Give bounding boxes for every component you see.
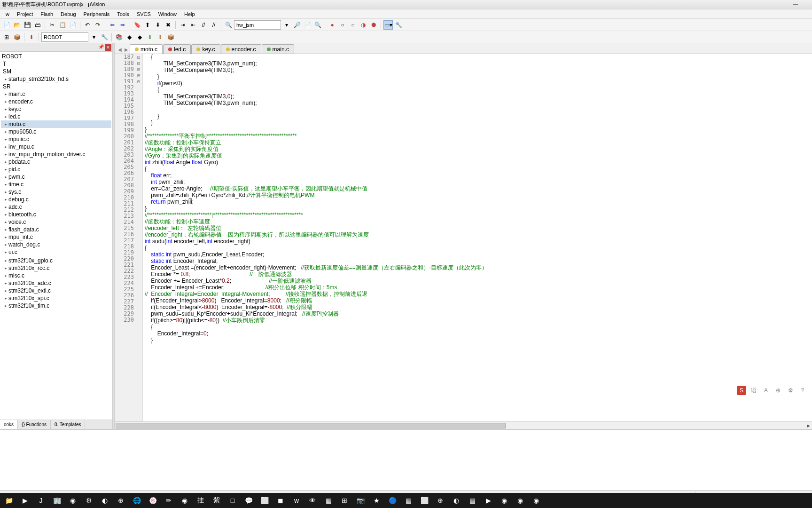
scroll-right-icon[interactable]: ▶ xyxy=(804,422,812,429)
debug-start-button[interactable]: ● xyxy=(328,20,337,30)
taskbar-app-icon[interactable]: w xyxy=(289,494,304,507)
uncomment-button[interactable]: // xyxy=(209,20,219,30)
tree-node[interactable]: ▸stm32f10x_adc.c xyxy=(1,279,111,287)
tree-node[interactable]: ▸startup_stm32f10x_hd.s xyxy=(1,75,111,83)
new-button[interactable]: 📄 xyxy=(2,20,11,30)
tree-node[interactable]: ▸voice.c xyxy=(1,218,111,226)
bookmark-clear-button[interactable]: ✖ xyxy=(164,20,173,30)
taskbar-app-icon[interactable]: 🔵 xyxy=(385,494,399,507)
pin-icon[interactable]: 📌 xyxy=(98,44,105,51)
tree-node[interactable]: ▸pbdata.c xyxy=(1,158,111,166)
taskbar-app-icon[interactable]: ✏ xyxy=(162,494,176,507)
menu-flash[interactable]: Flash xyxy=(37,11,57,17)
tree-node[interactable]: ▸stm32f10x_gpio.c xyxy=(1,257,111,264)
manage2-button[interactable]: ◆ xyxy=(125,32,134,42)
tray-icon[interactable]: S xyxy=(737,386,746,395)
tree-node[interactable]: ▸ui.c xyxy=(1,248,111,256)
tree-node[interactable]: ▸mpu_int.c xyxy=(1,233,111,241)
tree-node[interactable]: ▸sys.c xyxy=(1,188,111,196)
translate-button[interactable]: ⊞ xyxy=(2,32,11,42)
taskbar-app-icon[interactable]: 🌐 xyxy=(130,494,144,507)
tree-node[interactable]: T xyxy=(1,60,111,68)
taskbar-app-icon[interactable]: ⬜ xyxy=(417,494,431,507)
taskbar-app-icon[interactable]: ⊞ xyxy=(337,494,351,507)
target-options-button[interactable]: 🔧 xyxy=(100,32,109,42)
pack-button[interactable]: ⬆ xyxy=(156,32,165,42)
manage3-button[interactable]: ◆ xyxy=(135,32,144,42)
menu-w[interactable]: w xyxy=(2,11,13,17)
sidebar-tab[interactable]: {} Functions xyxy=(18,420,51,429)
sidebar-close-button[interactable]: ✕ xyxy=(105,44,111,51)
taskbar-app-icon[interactable]: ◉ xyxy=(66,494,80,507)
taskbar-app-icon[interactable]: ▦ xyxy=(321,494,336,507)
tree-node[interactable]: ▸misc.c xyxy=(1,272,111,279)
comment-button[interactable]: // xyxy=(199,20,208,30)
find-in-files-button[interactable]: 🔎 xyxy=(292,20,302,30)
taskbar-app-icon[interactable]: 👁 xyxy=(305,494,320,507)
nav-back-button[interactable]: ⬅ xyxy=(108,20,117,30)
taskbar-app-icon[interactable]: 📁 xyxy=(2,494,16,507)
menu-tools[interactable]: Tools xyxy=(113,11,133,17)
tree-node[interactable]: ▸time.c xyxy=(1,181,111,188)
menu-window[interactable]: Window xyxy=(155,11,180,17)
tray-icon[interactable]: A xyxy=(761,386,771,395)
find-icon[interactable]: 🔍 xyxy=(313,20,322,30)
taskbar-app-icon[interactable]: □ xyxy=(226,494,240,507)
download-button[interactable]: ⬇ xyxy=(145,32,155,42)
tree-node[interactable]: SM xyxy=(1,68,111,75)
tree-node[interactable]: ▸flash_data.c xyxy=(1,226,111,233)
tree-node[interactable]: ▸key.c xyxy=(1,105,111,113)
tree-node[interactable]: ▸led.c xyxy=(1,113,111,120)
editor-tab-encoder-c[interactable]: encoder.c xyxy=(221,44,261,54)
target-combo[interactable]: ROBOT xyxy=(41,32,88,42)
tray-icon[interactable]: ⚙ xyxy=(786,386,795,395)
find-combo[interactable]: hw_jsm xyxy=(234,20,281,30)
taskbar-app-icon[interactable]: ⊕ xyxy=(433,494,447,507)
taskbar-app-icon[interactable]: 紫 xyxy=(210,494,224,507)
taskbar-app-icon[interactable]: ◉ xyxy=(178,494,192,507)
bookmark-next-button[interactable]: ⬇ xyxy=(153,20,163,30)
bookmark-prev-button[interactable]: ⬆ xyxy=(143,20,152,30)
taskbar-app-icon[interactable]: ▶ xyxy=(481,494,495,507)
open-button[interactable]: 📂 xyxy=(12,20,22,30)
tree-node[interactable]: ▸pid.c xyxy=(1,166,111,173)
tray-icon[interactable]: ? xyxy=(798,386,807,395)
tree-node[interactable]: ▸encoder.c xyxy=(1,98,111,105)
tab-nav-right[interactable]: ▶ xyxy=(123,45,130,54)
copy-button[interactable]: 📋 xyxy=(58,20,67,30)
editor-tab-led-c[interactable]: led.c xyxy=(163,44,191,54)
tree-node[interactable]: ▸pwm.c xyxy=(1,173,111,181)
taskbar-app-icon[interactable]: 🏢 xyxy=(50,494,64,507)
horizontal-scrollbar[interactable]: ◀ ▶ xyxy=(115,421,812,429)
tree-node[interactable]: ▸stm32f10x_tim.c xyxy=(1,302,111,310)
tree-node[interactable]: ▸adc.c xyxy=(1,203,111,211)
code-content[interactable]: { TIM_SetCompare3(TIM3,pwm_num); TIM_Set… xyxy=(143,54,812,421)
editor-tab-main-c[interactable]: main.c xyxy=(262,44,294,54)
paste-button[interactable]: 📄 xyxy=(68,20,78,30)
menu-peripherals[interactable]: Peripherals xyxy=(80,11,114,17)
sidebar-tab[interactable]: ooks xyxy=(0,420,18,429)
cut-button[interactable]: ✂ xyxy=(47,20,57,30)
window-button[interactable]: ▭▾ xyxy=(383,20,393,30)
save-button[interactable]: 💾 xyxy=(23,20,32,30)
tree-node[interactable]: ▸inv_mpu_dmp_motion_driver.c xyxy=(1,151,111,158)
pack2-button[interactable]: 📦 xyxy=(166,32,175,42)
taskbar-app-icon[interactable]: ◐ xyxy=(449,494,463,507)
tray-icon[interactable]: ⊕ xyxy=(773,386,783,395)
taskbar-app-icon[interactable]: 💬 xyxy=(242,494,256,507)
taskbar-app-icon[interactable]: 🍥 xyxy=(146,494,160,507)
taskbar-app-icon[interactable]: ★ xyxy=(369,494,383,507)
configure-button[interactable]: 🔧 xyxy=(394,20,403,30)
taskbar-app-icon[interactable]: ◉ xyxy=(497,494,511,507)
taskbar-app-icon[interactable]: 挂 xyxy=(194,494,208,507)
taskbar-app-icon[interactable]: ◐ xyxy=(98,494,112,507)
code-editor[interactable]: 187 188 189 190 191 192 193 194 195 196 … xyxy=(115,54,812,421)
load-button[interactable]: ⬇ xyxy=(27,32,36,42)
debug-stop-button[interactable]: ○ xyxy=(338,20,347,30)
outdent-button[interactable]: ⇤ xyxy=(188,20,198,30)
taskbar-app-icon[interactable]: ◉ xyxy=(513,494,527,507)
tree-node[interactable]: ▸inv_mpu.c xyxy=(1,143,111,151)
taskbar-app-icon[interactable]: J xyxy=(34,494,48,507)
target-dropdown[interactable]: ▾ xyxy=(89,32,99,42)
taskbar-app-icon[interactable]: ▶ xyxy=(18,494,32,507)
